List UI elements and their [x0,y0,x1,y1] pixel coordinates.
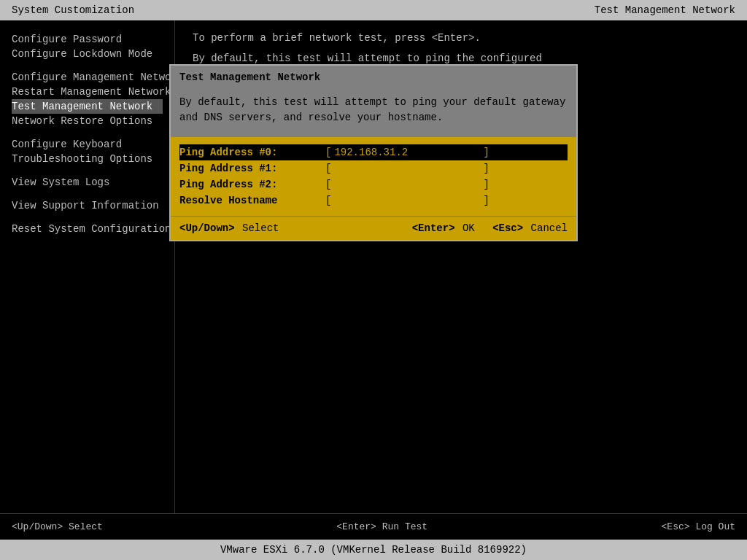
footer-left-key: <Up/Down> [12,521,63,532]
field-ping-0[interactable]: Ping Address #0: [ ] [179,144,568,160]
field-ping-1-value: [ ] [325,163,568,174]
field-resolve-hostname[interactable]: Resolve Hostname [ ] [179,192,568,209]
field-ping-2-value: [ ] [325,179,568,190]
dialog-cancel-action: Cancel [531,222,568,234]
dialog-description: By default, this test will attempt to pi… [171,89,576,137]
footer-nav-center[interactable]: <Enter> Run Test [336,521,427,532]
dialog-nav-action: Select [242,222,279,234]
bracket-close-3: ] [483,195,489,206]
field-ping-1-label: Ping Address #1: [179,163,325,174]
test-network-dialog: Test Management Network By default, this… [169,64,578,241]
bracket-open-3: [ [325,195,331,206]
ping-1-input[interactable] [334,163,480,174]
field-ping-0-value: [ ] [325,147,568,158]
field-ping-2[interactable]: Ping Address #2: [ ] [179,176,568,192]
field-resolve-value: [ ] [325,195,568,206]
footer-nav-right[interactable]: <Esc> Log Out [662,521,735,532]
dialog-enter-key[interactable]: <Enter> [412,222,455,234]
bracket-close-2: ] [483,179,489,190]
top-bar: System Customization Test Management Net… [0,0,747,20]
dialog-ok-action: OK [462,222,475,234]
dialog-nav-key: <Up/Down> [179,222,235,234]
bracket-close-1: ] [483,163,489,174]
field-ping-1[interactable]: Ping Address #1: [ ] [179,160,568,176]
dialog-desc-line2: and DNS servers, and resolve your hostna… [179,110,568,125]
bottom-bar-text: VMware ESXi 6.7.0 (VMKernel Release Buil… [220,544,527,556]
field-ping-2-label: Ping Address #2: [179,179,325,190]
field-ping-0-label: Ping Address #0: [179,147,325,158]
footer-center-key: <Enter> [336,521,376,532]
field-resolve-label: Resolve Hostname [179,195,325,206]
dialog-desc-line1: By default, this test will attempt to pi… [179,95,568,110]
dialog-nav-hint: <Up/Down> Select [179,222,279,234]
dialog-footer-right: <Enter> OK <Esc> Cancel [412,222,568,234]
header-left: System Customization [12,4,134,16]
resolve-input[interactable] [334,195,480,206]
dialog-enter-hint: <Enter> OK [412,222,481,234]
bracket-open-1: [ [325,163,331,174]
ping-2-input[interactable] [334,179,480,190]
dialog-title: Test Management Network [171,66,576,89]
dialog-footer: <Up/Down> Select <Enter> OK <Esc> Cancel [171,216,576,240]
header-right: Test Management Network [595,4,735,16]
ping-0-input[interactable] [334,147,480,158]
footer-right-key: <Esc> [662,521,690,532]
bottom-bar: VMware ESXi 6.7.0 (VMKernel Release Buil… [0,540,747,560]
dialog-fields: Ping Address #0: [ ] Ping Address #1: [ … [171,137,576,216]
bracket-close-0: ] [483,147,489,158]
footer-right-action: Log Out [695,521,735,532]
footer-nav: <Up/Down> Select <Enter> Run Test <Esc> … [0,513,747,540]
footer-center-action: Run Test [382,521,427,532]
bracket-open-2: [ [325,179,331,190]
dialog-esc-key[interactable]: <Esc> [492,222,523,234]
bracket-open-0: [ [325,147,331,158]
dialog-overlay: Test Management Network By default, this… [0,20,747,513]
footer-nav-left: <Up/Down> Select [12,521,103,532]
footer-left-action: Select [69,521,103,532]
dialog-esc-hint: <Esc> Cancel [492,222,568,234]
